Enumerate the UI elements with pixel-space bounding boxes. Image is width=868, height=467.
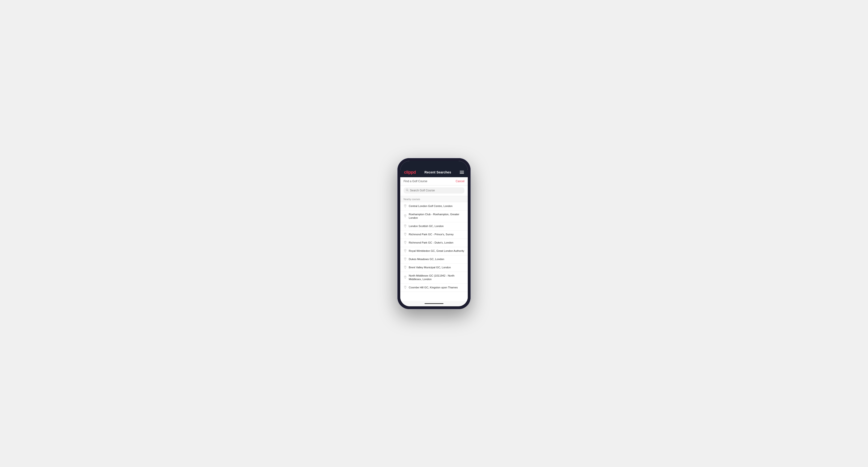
phone-frame: clippd Recent Searches Find a Golf Cours…: [397, 158, 471, 309]
list-item[interactable]: Central London Golf Centre, London: [400, 202, 468, 211]
location-pin-icon: [404, 257, 407, 261]
list-item[interactable]: Richmond Park GC - Prince's, Surrey: [400, 230, 468, 239]
list-item[interactable]: Royal Wimbledon GC, Great London Authori…: [400, 247, 468, 255]
svg-point-7: [405, 250, 406, 250]
location-pin-icon: [404, 205, 407, 208]
list-item[interactable]: London Scottish GC, London: [400, 222, 468, 230]
find-label: Find a Golf Course: [404, 180, 427, 183]
svg-point-2: [405, 205, 406, 206]
notch-area: [400, 161, 468, 168]
list-item[interactable]: Brent Valley Municipal GC, London: [400, 263, 468, 272]
list-item[interactable]: Roehampton Club - Roehampton, Greater Lo…: [400, 211, 468, 222]
course-name: London Scottish GC, London: [409, 224, 444, 228]
location-pin-icon: [404, 249, 407, 253]
course-name: North Middlesex GC (1011942 - North Midd…: [409, 274, 464, 281]
course-name: Dukes Meadows GC, London: [409, 257, 444, 261]
svg-line-1: [408, 191, 408, 191]
course-name: Brent Valley Municipal GC, London: [409, 266, 451, 270]
location-pin-icon: [404, 224, 407, 228]
list-item[interactable]: Coombe Hill GC, Kingston upon Thames: [400, 284, 468, 292]
nearby-courses-section: Nearby courses Central London Golf Centr…: [400, 196, 468, 301]
phone-screen: clippd Recent Searches Find a Golf Cours…: [400, 161, 468, 306]
app-header: clippd Recent Searches: [400, 168, 468, 177]
list-item[interactable]: North Middlesex GC (1011942 - North Midd…: [400, 272, 468, 284]
location-pin-icon: [404, 276, 407, 279]
svg-point-4: [405, 225, 406, 226]
list-item[interactable]: Richmond Park GC - Duke's, London: [400, 239, 468, 247]
find-bar: Find a Golf Course Cancel: [400, 177, 468, 185]
home-indicator: [400, 301, 468, 306]
course-name: Central London Golf Centre, London: [409, 205, 453, 208]
course-name: Richmond Park GC - Prince's, Surrey: [409, 233, 454, 237]
location-pin-icon: [404, 233, 407, 237]
list-item[interactable]: Dukes Meadows GC, London: [400, 255, 468, 263]
location-pin-icon: [404, 286, 407, 289]
svg-point-5: [405, 233, 406, 234]
cancel-button[interactable]: Cancel: [456, 180, 464, 183]
svg-point-6: [405, 241, 406, 242]
header-title: Recent Searches: [425, 170, 451, 174]
search-input[interactable]: [410, 189, 462, 192]
search-container: [400, 185, 468, 196]
location-pin-icon: [404, 241, 407, 245]
svg-point-0: [406, 189, 408, 191]
svg-point-9: [405, 266, 406, 267]
main-content: Find a Golf Course Cancel Nearby: [400, 177, 468, 301]
menu-icon[interactable]: [460, 171, 464, 174]
notch: [425, 161, 443, 165]
svg-point-11: [405, 286, 406, 287]
svg-point-8: [405, 258, 406, 259]
search-input-wrapper: [404, 187, 464, 193]
svg-point-10: [405, 276, 406, 277]
nearby-header: Nearby courses: [400, 196, 468, 202]
home-bar: [425, 303, 443, 304]
app-logo: clippd: [404, 170, 416, 175]
course-name: Royal Wimbledon GC, Great London Authori…: [409, 249, 464, 253]
search-icon: [406, 189, 408, 192]
course-name: Richmond Park GC - Duke's, London: [409, 241, 453, 245]
course-name: Roehampton Club - Roehampton, Greater Lo…: [409, 213, 464, 220]
course-list: Central London Golf Centre, London Roeha…: [400, 202, 468, 292]
location-pin-icon: [404, 266, 407, 270]
course-name: Coombe Hill GC, Kingston upon Thames: [409, 286, 458, 289]
svg-point-3: [405, 215, 406, 216]
location-pin-icon: [404, 214, 407, 218]
